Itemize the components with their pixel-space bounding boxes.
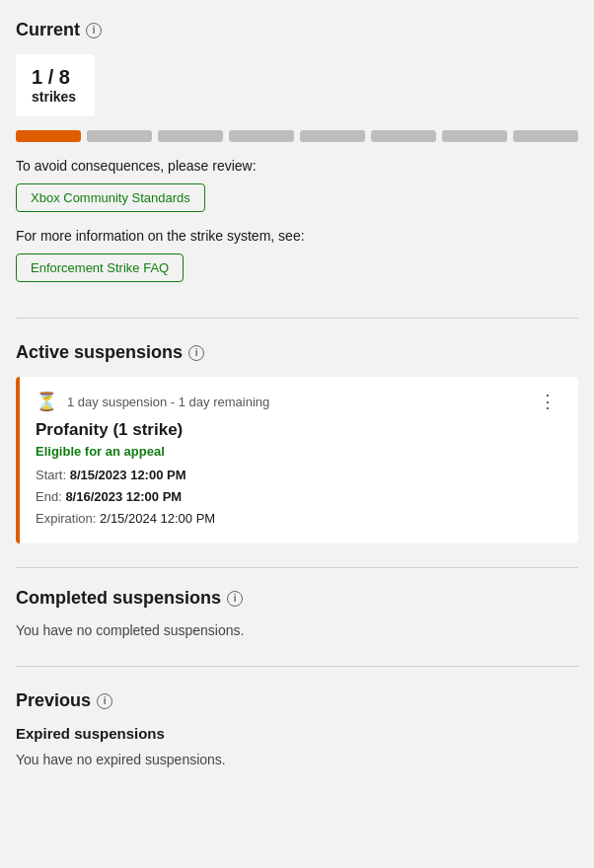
- strike-bar-6: [371, 130, 436, 142]
- strike-bar-8: [513, 130, 578, 142]
- suspension-options-button[interactable]: ⋮: [533, 391, 562, 412]
- previous-section: Previous i Expired suspensions You have …: [16, 690, 578, 767]
- current-title: Current i: [16, 20, 578, 40]
- divider-2: [16, 567, 578, 568]
- divider-3: [16, 666, 578, 667]
- start-label: Start:: [36, 468, 66, 482]
- strike-bar-7: [442, 130, 507, 142]
- completed-suspensions-section: Completed suspensions i You have no comp…: [16, 588, 578, 638]
- review-prompt: To avoid consequences, please review:: [16, 158, 578, 174]
- suspension-title: Profanity (1 strike): [36, 420, 562, 440]
- end-value: 8/16/2023 12:00 PM: [65, 489, 182, 504]
- expired-suspensions-title: Expired suspensions: [16, 725, 578, 742]
- completed-suspensions-title: Completed suspensions i: [16, 588, 578, 609]
- suspension-expiration: Expiration: 2/15/2024 12:00 PM: [36, 508, 562, 530]
- strikes-count: 1 / 8: [32, 66, 79, 89]
- suspension-duration-text: 1 day suspension - 1 day remaining: [67, 395, 269, 409]
- suspension-dates: Start: 8/15/2023 12:00 PM End: 8/16/2023…: [36, 465, 562, 530]
- previous-title-text: Previous: [16, 690, 91, 711]
- active-suspensions-info-icon[interactable]: i: [188, 345, 204, 361]
- expiration-value: 2/15/2024 12:00 PM: [100, 511, 215, 526]
- expiration-label: Expiration:: [36, 511, 96, 526]
- suspension-header: ⏳ 1 day suspension - 1 day remaining ⋮: [36, 391, 562, 412]
- suspension-start: Start: 8/15/2023 12:00 PM: [36, 465, 562, 486]
- strike-bar-3: [158, 130, 223, 142]
- active-suspensions-section: Active suspensions i ⏳ 1 day suspension …: [16, 342, 578, 543]
- current-section: Current i 1 / 8 strikes To avoid consequ…: [16, 20, 578, 298]
- suspension-card: ⏳ 1 day suspension - 1 day remaining ⋮ P…: [16, 377, 578, 543]
- strike-bar-1: [16, 130, 81, 142]
- xbox-community-standards-link[interactable]: Xbox Community Standards: [16, 183, 205, 212]
- current-info-icon[interactable]: i: [86, 23, 102, 38]
- strikes-box: 1 / 8 strikes: [16, 54, 95, 116]
- suspension-header-left: ⏳ 1 day suspension - 1 day remaining: [36, 391, 269, 412]
- active-suspensions-title-text: Active suspensions: [16, 342, 183, 363]
- previous-title: Previous i: [16, 690, 578, 711]
- previous-info-icon[interactable]: i: [97, 693, 112, 709]
- divider-1: [16, 318, 578, 319]
- appeal-text: Eligible for an appeal: [36, 444, 562, 459]
- more-info-text: For more information on the strike syste…: [16, 228, 578, 244]
- start-value: 8/15/2023 12:00 PM: [70, 468, 186, 482]
- strike-bar-4: [229, 130, 294, 142]
- strike-bar-5: [300, 130, 365, 142]
- end-label: End:: [36, 489, 62, 504]
- expired-suspensions-empty: You have no expired suspensions.: [16, 752, 578, 767]
- strike-bar-2: [87, 130, 152, 142]
- suspension-end: End: 8/16/2023 12:00 PM: [36, 486, 562, 508]
- strikes-label: strikes: [32, 89, 79, 105]
- completed-suspensions-info-icon[interactable]: i: [227, 591, 243, 607]
- hourglass-icon: ⏳: [36, 391, 57, 412]
- enforcement-faq-link[interactable]: Enforcement Strike FAQ: [16, 253, 184, 282]
- completed-suspensions-empty: You have no completed suspensions.: [16, 622, 578, 638]
- current-title-text: Current: [16, 20, 80, 40]
- active-suspensions-title: Active suspensions i: [16, 342, 578, 363]
- strike-bars: [16, 130, 578, 142]
- completed-suspensions-title-text: Completed suspensions: [16, 588, 221, 609]
